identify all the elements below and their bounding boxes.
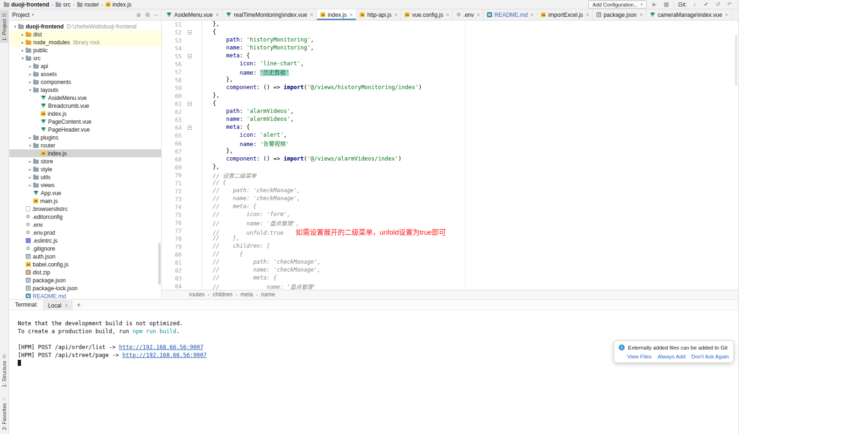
line-number[interactable]: 83 (162, 275, 182, 282)
line-number[interactable]: 63 (162, 117, 182, 123)
chevron-down-icon[interactable]: ▾ (27, 88, 33, 92)
line-number[interactable]: 55 (162, 53, 182, 60)
tree-item-src[interactable]: ▾src (9, 54, 161, 62)
code-line-79[interactable]: // children: [ (202, 243, 738, 251)
editor-tab-readme-md[interactable]: README.md× (484, 9, 537, 20)
breadcrumb-node-meta[interactable]: meta (240, 291, 253, 298)
line-number[interactable]: 69 (162, 164, 182, 171)
tree-item-layouts[interactable]: ▾layouts (9, 86, 161, 94)
line-number[interactable]: 70 (162, 172, 182, 179)
line-number[interactable]: 75 (162, 212, 182, 218)
tree-item-pageheader-vue[interactable]: PageHeader.vue (9, 126, 161, 133)
breadcrumb-item-router[interactable]: router (76, 1, 100, 8)
code-line-51[interactable]: }, (202, 21, 738, 28)
tree-item-dist-zip[interactable]: dist.zip (9, 268, 161, 276)
chevron-down-icon[interactable]: ▾ (12, 24, 18, 29)
chevron-down-icon[interactable]: ▾ (27, 143, 33, 148)
tree-item-readme-md[interactable]: README.md (9, 292, 161, 298)
line-number[interactable]: 61 (162, 101, 182, 107)
tree-item-eslintrc-js[interactable]: .eslintrc.js (9, 237, 161, 245)
tree-item-pagecontent-vue[interactable]: PageContent.vue (9, 118, 161, 126)
tree-item-public[interactable]: ▸public (9, 46, 161, 54)
line-number[interactable]: 53 (162, 37, 182, 44)
chevron-right-icon[interactable]: ▸ (27, 167, 33, 172)
tree-item-env[interactable]: .env (9, 221, 161, 229)
code-line-74[interactable]: // meta: { (202, 203, 738, 211)
new-terminal-tab-button[interactable]: + (77, 301, 80, 308)
locate-file-icon[interactable]: ⊕ (136, 12, 141, 18)
code-line-58[interactable]: }, (202, 76, 738, 84)
line-number[interactable]: 78 (162, 236, 182, 242)
line-number[interactable]: 81 (162, 259, 182, 266)
hide-panel-icon[interactable]: ─ (154, 12, 158, 18)
project-view-dropdown[interactable]: Project ▾ (12, 12, 34, 18)
terminal-tab-local[interactable]: Local × (43, 301, 73, 310)
tree-scrollbar-thumb[interactable] (158, 243, 161, 285)
line-number[interactable]: 68 (162, 156, 182, 163)
tree-item-router[interactable]: ▾router (9, 141, 161, 149)
breadcrumb-item-index-js[interactable]: index.js (105, 1, 133, 8)
tree-item-assets[interactable]: ▸assets (9, 70, 161, 78)
code-line-68[interactable]: component: () => import('@/views/alarmVi… (202, 155, 738, 163)
fold-minus-icon[interactable] (188, 54, 192, 58)
editor-tab-cameramanage-index-vue[interactable]: cameraManage\index.vue× (647, 9, 732, 20)
tree-item-duoji-frontend[interactable]: ▾duoji-frontendD:\zheheWeb\duoji-fronten… (9, 22, 161, 30)
line-number[interactable]: 84 (162, 283, 182, 290)
tree-item-gitignore[interactable]: .gitignore (9, 245, 161, 252)
line-number[interactable]: 82 (162, 267, 182, 274)
code-line-66[interactable]: name: '告警视频' (202, 140, 738, 147)
code-line-69[interactable]: }, (202, 163, 738, 171)
chevron-right-icon[interactable]: ▸ (27, 183, 33, 188)
tree-item-auth-json[interactable]: auth.json (9, 252, 161, 260)
code-line-59[interactable]: component: () => import('@/views/history… (202, 84, 738, 92)
code-line-55[interactable]: meta: { (202, 52, 738, 60)
editor-scrollbar-thumb[interactable] (735, 35, 737, 86)
code-line-65[interactable]: icon: 'alert', (202, 132, 738, 140)
close-icon[interactable]: × (349, 12, 353, 18)
tree-item-index-js[interactable]: index.js (9, 149, 161, 157)
editor-tab-package-json[interactable]: package.json× (593, 9, 647, 20)
chevron-right-icon[interactable]: ▸ (20, 40, 26, 45)
fold-region[interactable] (182, 30, 198, 35)
notification-action-don-t-ask-again[interactable]: Don't Ask Again (692, 354, 729, 359)
terminal-link[interactable]: http://192.168.66.56:9007 (119, 344, 204, 350)
code-line-73[interactable]: // name: 'checkManage', (202, 195, 738, 203)
close-icon[interactable]: × (310, 12, 313, 18)
run-icon[interactable]: ▶ (650, 0, 658, 8)
line-number[interactable]: 52 (162, 29, 182, 36)
code-line-80[interactable]: // { (202, 251, 738, 259)
line-number[interactable]: 71 (162, 180, 182, 187)
code-line-61[interactable]: { (202, 100, 738, 108)
code-line-53[interactable]: path: 'historyMonitoring', (202, 36, 738, 44)
tree-item-utils[interactable]: ▸utils (9, 173, 161, 181)
line-number[interactable]: 73 (162, 196, 182, 203)
git-update-icon[interactable]: ↓ (691, 0, 699, 8)
tree-item-editorconfig[interactable]: .editorconfig (9, 213, 161, 221)
tree-item-views[interactable]: ▸views (9, 181, 161, 189)
history-icon[interactable]: ↺ (714, 0, 722, 8)
fold-region[interactable] (182, 126, 198, 130)
breadcrumb-node-children[interactable]: children (213, 291, 233, 298)
close-icon[interactable]: × (394, 12, 397, 18)
tool-button-project[interactable]: ▤ 1: Project (0, 10, 8, 43)
notification-action-always-add[interactable]: Always Add (657, 354, 685, 359)
add-configuration-button[interactable]: Add Configuration... ▾ (588, 0, 647, 8)
editor-tab-asidemenu-vue[interactable]: AsideMenu.vue× (163, 9, 223, 20)
chevron-right-icon[interactable]: ▸ (20, 32, 26, 37)
code-line-71[interactable]: // { (202, 179, 738, 187)
breadcrumb-item-src[interactable]: src (55, 1, 71, 8)
code-line-77[interactable]: // unfold:true如需设置展开的二级菜单，unfold设置为true即… (202, 227, 738, 235)
tree-item-style[interactable]: ▸style (9, 165, 161, 173)
line-number[interactable]: 66 (162, 140, 182, 147)
editor-tab-realtimemonitoring-index-vue[interactable]: realTimeMonitoring\index.vue× (223, 9, 317, 20)
breadcrumb-node-name[interactable]: name (261, 291, 275, 298)
chevron-down-icon[interactable]: ▾ (20, 56, 26, 61)
line-number[interactable]: 56 (162, 61, 182, 68)
tree-item-plugins[interactable]: ▸plugins (9, 133, 161, 141)
tree-item-components[interactable]: ▸components (9, 78, 161, 86)
chevron-right-icon[interactable]: ▸ (27, 72, 33, 77)
tree-item-breadcrumb-vue[interactable]: Breadcrumb.vue (9, 102, 161, 110)
tree-item-package-json[interactable]: package.json (9, 276, 161, 284)
code-line-81[interactable]: // path: 'checkManage', (202, 259, 738, 266)
fold-minus-icon[interactable] (188, 102, 192, 106)
